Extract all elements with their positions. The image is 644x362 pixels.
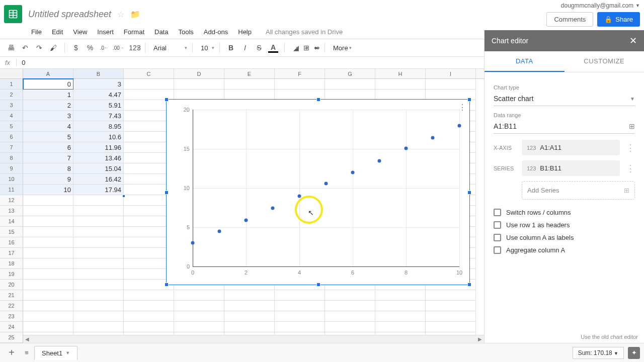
close-icon[interactable]: ✕ [629,35,637,46]
cell[interactable]: 16.42 [73,174,124,185]
cell[interactable] [23,269,73,280]
cell[interactable] [73,237,124,248]
sheet-tab[interactable]: Sheet1 ▼ [34,346,77,360]
resize-handle-sw[interactable] [165,283,169,287]
cell[interactable]: 8 [23,163,73,174]
data-point[interactable] [351,171,355,174]
cell[interactable]: 10 [23,185,73,195]
row-header[interactable]: 11 [0,185,23,195]
cell[interactable] [426,311,476,322]
cell[interactable] [224,322,275,332]
cell[interactable]: 0 [23,79,73,89]
cell[interactable] [23,280,73,290]
cell[interactable]: 4.47 [73,89,124,100]
menu-data[interactable]: Data [154,28,168,36]
menu-view[interactable]: View [73,28,87,36]
cell[interactable] [325,301,375,311]
menu-insert[interactable]: Insert [97,28,114,36]
folder-icon[interactable]: 📁 [130,10,140,19]
row-header[interactable]: 25 [0,332,23,343]
paint-format-icon[interactable]: 🖌 [47,42,59,54]
resize-handle-s[interactable] [316,283,320,287]
row-header[interactable]: 13 [0,206,23,216]
selection-handle[interactable] [122,195,125,198]
col-header-h[interactable]: H [375,69,426,78]
cell[interactable] [124,322,174,332]
cell[interactable] [73,206,124,216]
all-sheets-button[interactable]: ≡ [19,349,34,356]
select-all-cell[interactable] [0,69,23,78]
row-header[interactable]: 22 [0,301,23,311]
col-header-a[interactable]: A [23,69,73,78]
data-point[interactable] [298,195,301,198]
menu-format[interactable]: Format [124,28,144,36]
user-menu-caret-icon[interactable]: ▼ [635,3,640,8]
cell[interactable] [23,216,73,227]
cell[interactable]: 9 [23,174,73,185]
data-point[interactable] [458,124,461,128]
cell[interactable] [73,216,124,227]
cell[interactable] [174,301,224,311]
resize-handle-se[interactable] [467,283,471,287]
cell[interactable]: 10.6 [73,132,124,142]
tab-customize[interactable]: CUSTOMIZE [565,51,645,72]
cell[interactable] [73,322,124,332]
row-header[interactable]: 8 [0,153,23,163]
cell[interactable] [174,79,224,89]
horizontal-scrollbar[interactable]: ◀ ▶ [23,335,484,343]
cell[interactable]: 17.94 [73,185,124,195]
cell[interactable] [73,195,124,206]
menu-edit[interactable]: Edit [52,28,63,36]
cell[interactable] [174,322,224,332]
data-point[interactable] [245,218,248,222]
check-colA-labels[interactable]: Use column A as labels [494,234,635,241]
currency-button[interactable]: $ [70,42,82,54]
cell[interactable] [426,290,476,301]
cell[interactable] [124,79,174,89]
user-email[interactable]: dougmmcnally@gmail.com [561,2,633,9]
row-header[interactable]: 12 [0,195,23,206]
cell[interactable] [23,237,73,248]
check-row1-headers[interactable]: Use row 1 as headers [494,221,635,229]
cell[interactable] [23,301,73,311]
cell[interactable] [375,311,426,322]
cell[interactable]: 6 [23,142,73,153]
sum-display[interactable]: Sum: 170.18 ▼ [573,347,624,359]
cell[interactable]: 15.04 [73,163,124,174]
scroll-left-icon[interactable]: ◀ [23,336,31,342]
cell[interactable] [426,301,476,311]
cell[interactable] [275,301,325,311]
cell[interactable] [325,322,375,332]
cell[interactable] [23,258,73,269]
row-header[interactable]: 23 [0,311,23,322]
row-header[interactable]: 14 [0,216,23,227]
cell[interactable] [275,290,325,301]
col-header-i[interactable]: I [426,69,476,78]
cell[interactable] [23,227,73,237]
chart-object[interactable]: ⋮ 051015200246810 [166,99,470,285]
col-header-g[interactable]: G [325,69,375,78]
data-point[interactable] [431,136,435,139]
cell[interactable] [23,322,73,332]
cell[interactable]: 5.91 [73,100,124,111]
undo-icon[interactable]: ↶ [19,42,31,54]
cell[interactable]: 2 [23,100,73,111]
resize-handle-nw[interactable] [165,98,169,102]
col-header-f[interactable]: F [275,69,325,78]
redo-icon[interactable]: ↷ [33,42,45,54]
row-header[interactable]: 18 [0,258,23,269]
old-editor-link[interactable]: Use the old chart editor [581,334,638,340]
cell[interactable] [375,290,426,301]
resize-handle-e[interactable] [467,191,471,195]
data-point[interactable] [191,241,195,245]
cell[interactable]: 3 [73,79,124,89]
row-header[interactable]: 4 [0,111,23,121]
menu-file[interactable]: File [31,28,42,36]
bold-button[interactable]: B [225,42,237,54]
cell[interactable] [174,311,224,322]
cell[interactable] [73,280,124,290]
cell[interactable] [325,79,375,89]
more-dropdown[interactable]: More [330,43,355,53]
italic-button[interactable]: I [239,42,251,54]
row-header[interactable]: 1 [0,79,23,89]
